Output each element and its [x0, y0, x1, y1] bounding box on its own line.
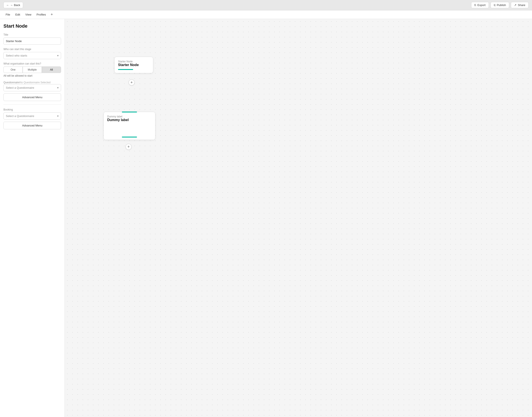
chevron-down-icon-3: ▾	[57, 115, 59, 118]
main-layout: Start Node Title Who can start this stag…	[0, 19, 532, 417]
topbar: ← ← Back ⎘ Export ⎗ Publish ↗ Share	[0, 0, 532, 10]
menu-add-button[interactable]: +	[49, 11, 55, 18]
booking-label: Booking	[3, 108, 61, 111]
questionnaire-label: Questionnaire	[3, 81, 20, 84]
toggle-multiple[interactable]: Multiple	[23, 66, 42, 73]
back-arrow-icon: ←	[6, 3, 9, 7]
menu-edit[interactable]: Edit	[13, 12, 22, 18]
who-starts-dropdown[interactable]: Select who starts ▾	[3, 52, 61, 59]
add-node-button-2[interactable]: +	[126, 144, 132, 150]
title-field-label: Title	[3, 33, 61, 36]
dummy-node-small-label: Dummy label	[107, 115, 152, 118]
toggle-all[interactable]: All	[42, 66, 61, 73]
chevron-down-icon: ▾	[57, 54, 59, 57]
menubar: File Edit View Profiles +	[0, 10, 532, 19]
starter-node-bold-label: Starter Node	[118, 63, 139, 67]
topbar-right: ⎘ Export ⎗ Publish ↗ Share	[471, 2, 529, 8]
publish-button[interactable]: ⎗ Publish	[491, 2, 509, 8]
title-input[interactable]	[3, 38, 61, 45]
booking-value: Select a Questionnaire	[6, 115, 34, 118]
org-toggle-group: One Multiple All	[3, 66, 61, 73]
menu-view[interactable]: View	[23, 12, 33, 18]
share-label: Share	[518, 3, 525, 7]
org-label: What organisation can start this?	[3, 62, 61, 65]
export-button[interactable]: ⎘ Export	[471, 2, 489, 8]
publish-icon: ⎗	[494, 3, 496, 7]
add-node-button-1[interactable]: +	[129, 79, 135, 85]
who-starts-label: Who can start this stage	[3, 48, 61, 51]
dummy-node-bar-bottom	[122, 137, 137, 137]
dummy-node-bold-label: Dummy label	[107, 118, 129, 122]
back-button[interactable]: ← ← Back	[3, 2, 23, 8]
questionnaire-row: QuestionnaireNo Questionnaire Selected	[3, 80, 61, 84]
questionnaire-sublabel: No Questionnaire Selected	[20, 81, 51, 84]
starter-node-small-label: Starter Node	[118, 60, 150, 63]
starter-node-bar	[118, 69, 133, 70]
helper-text: All will be allowed to start	[3, 74, 61, 77]
starter-node-card[interactable]: Starter Node Starter Node	[114, 57, 153, 73]
canvas: Starter Node Starter Node + Dummy label …	[65, 19, 532, 417]
topbar-left: ← ← Back	[3, 2, 23, 8]
advanced-menu-button-2[interactable]: Advanced Menu	[3, 122, 61, 129]
advanced-menu-button-1[interactable]: Advanced Menu	[3, 94, 61, 101]
questionnaire-dropdown[interactable]: Select a Questionnaire ▾	[3, 84, 61, 91]
sidebar-title: Start Node	[3, 23, 61, 29]
back-label: ← Back	[10, 3, 20, 7]
toggle-one[interactable]: One	[3, 66, 23, 73]
sidebar: Start Node Title Who can start this stag…	[0, 19, 65, 417]
chevron-down-icon-2: ▾	[57, 86, 59, 89]
who-starts-value: Select who starts	[6, 54, 27, 57]
publish-label: Publish	[497, 3, 506, 7]
questionnaire-value: Select a Questionnaire	[6, 86, 34, 89]
share-icon: ↗	[514, 3, 516, 7]
export-label: Export	[477, 3, 486, 7]
dummy-node-bar-top	[122, 112, 137, 113]
share-button[interactable]: ↗ Share	[511, 2, 529, 8]
dummy-node-card[interactable]: Dummy label Dummy label	[103, 112, 155, 140]
menu-file[interactable]: File	[3, 12, 12, 18]
section-divider	[3, 104, 61, 105]
menu-profiles[interactable]: Profiles	[34, 12, 48, 18]
export-icon: ⎘	[474, 3, 476, 7]
booking-dropdown[interactable]: Select a Questionnaire ▾	[3, 113, 61, 120]
